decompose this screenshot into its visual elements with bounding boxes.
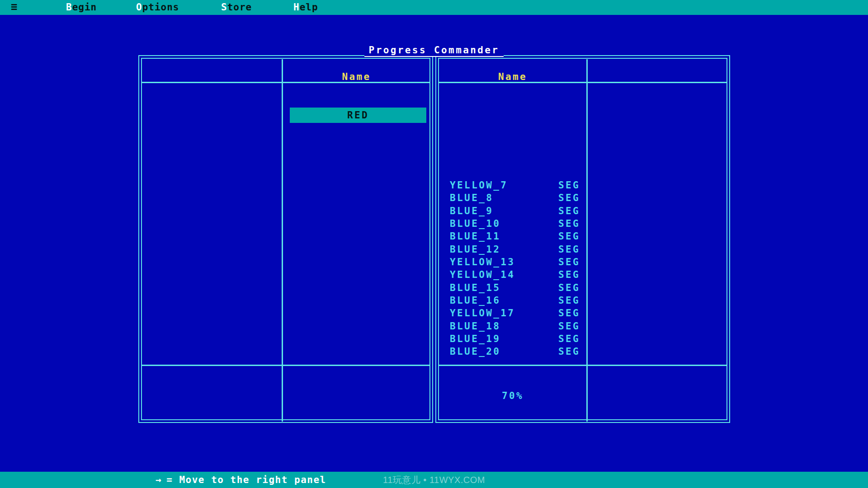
list-item[interactable]: YELLOW_13SEG: [450, 256, 599, 268]
item-name: BLUE_10: [450, 217, 500, 230]
item-type: SEG: [558, 217, 580, 230]
right-arrow-icon: →: [156, 474, 162, 485]
status-bar: 11玩意儿 • 11WYX.COM →= Move to the right p…: [0, 472, 868, 488]
list-item[interactable]: BLUE_19SEG: [450, 333, 599, 345]
item-name: BLUE_18: [450, 320, 500, 333]
list-item[interactable]: BLUE_12SEG: [450, 243, 599, 256]
list-item[interactable]: YELLOW_14SEG: [450, 268, 599, 281]
item-name: YELLOW_13: [450, 256, 515, 268]
right-panel-footer-separator: [439, 365, 726, 366]
file-list: YELLOW_7SEG BLUE_8SEG BLUE_9SEG BLUE_10S…: [450, 179, 599, 358]
item-type: SEG: [558, 256, 580, 268]
hamburger-menu-icon[interactable]: ≡: [11, 0, 17, 15]
status-hint-text: = Move to the right panel: [166, 474, 326, 485]
status-hint: →= Move to the right panel: [156, 472, 326, 488]
item-name: BLUE_9: [450, 205, 493, 217]
item-type: SEG: [558, 333, 580, 345]
right-panel-name-header: Name: [439, 71, 586, 82]
item-name: BLUE_15: [450, 282, 500, 294]
left-panel-column-divider: [282, 59, 283, 422]
menu-bar: ≡ Begin Options Store Help: [0, 0, 868, 15]
list-item[interactable]: BLUE_10SEG: [450, 217, 599, 230]
list-item[interactable]: BLUE_8SEG: [450, 192, 599, 204]
list-item[interactable]: YELLOW_7SEG: [450, 179, 599, 192]
item-name: BLUE_20: [450, 345, 500, 358]
menu-label: egin: [72, 2, 97, 13]
list-item[interactable]: BLUE_20SEG: [450, 345, 599, 358]
list-item[interactable]: BLUE_9SEG: [450, 205, 599, 217]
item-name: BLUE_12: [450, 243, 500, 256]
menu-hotkey: O: [136, 2, 142, 13]
right-panel-column-divider: [586, 59, 588, 422]
item-name: YELLOW_7: [450, 179, 508, 192]
watermark: 11玩意儿 • 11WYX.COM: [0, 472, 868, 488]
list-item[interactable]: BLUE_18SEG: [450, 320, 599, 333]
list-item[interactable]: YELLOW_17SEG: [450, 307, 599, 319]
item-name: BLUE_16: [450, 294, 500, 307]
item-type: SEG: [558, 179, 580, 192]
page-title: Progress Commander: [364, 46, 504, 57]
item-type: SEG: [558, 230, 580, 243]
list-item[interactable]: BLUE_16SEG: [450, 294, 599, 307]
menu-hotkey: S: [221, 2, 227, 13]
progress-commander-screen: ≡ Begin Options Store Help Progress Comm…: [0, 0, 868, 488]
item-type: SEG: [558, 294, 580, 307]
item-type: SEG: [558, 282, 580, 294]
menu-item-store[interactable]: Store: [221, 0, 252, 15]
list-item[interactable]: BLUE_11SEG: [450, 230, 599, 243]
item-name: YELLOW_14: [450, 268, 515, 281]
left-panel: Name RED: [138, 55, 433, 423]
item-name: BLUE_8: [450, 192, 493, 204]
left-panel-footer-separator: [142, 365, 429, 366]
item-name: BLUE_19: [450, 333, 500, 345]
menu-item-options[interactable]: Options: [136, 0, 179, 15]
left-panel-name-header: Name: [282, 71, 431, 82]
item-type: SEG: [558, 192, 580, 204]
item-type: SEG: [558, 320, 580, 333]
item-type: SEG: [558, 268, 580, 281]
menu-label: elp: [300, 2, 318, 13]
item-name: YELLOW_17: [450, 307, 515, 319]
menu-hotkey: B: [66, 2, 72, 13]
selected-item-red[interactable]: RED: [290, 108, 426, 123]
list-item[interactable]: BLUE_15SEG: [450, 282, 599, 294]
menu-label: tore: [227, 2, 252, 13]
item-type: SEG: [558, 243, 580, 256]
menu-item-help[interactable]: Help: [293, 0, 318, 15]
menu-hotkey: H: [293, 2, 300, 13]
menu-label: ptions: [142, 2, 179, 13]
progress-percentage: 70%: [439, 389, 586, 402]
title-wrap: Progress Commander: [0, 46, 868, 57]
item-type: SEG: [558, 307, 580, 319]
item-name: BLUE_11: [450, 230, 500, 243]
item-type: SEG: [558, 345, 580, 358]
right-panel: Name YELLOW_7SEG BLUE_8SEG BLUE_9SEG BLU…: [435, 55, 730, 423]
item-type: SEG: [558, 205, 580, 217]
menu-item-begin[interactable]: Begin: [66, 0, 97, 15]
